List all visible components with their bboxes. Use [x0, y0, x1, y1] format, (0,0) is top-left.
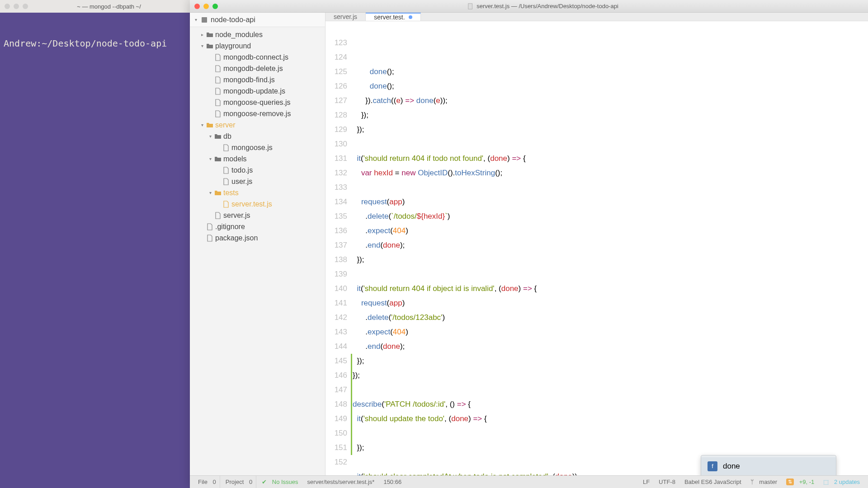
file-mongodb-delete-js[interactable]: mongodb-delete.js: [190, 63, 325, 74]
file-mongodb-connect-js[interactable]: mongodb-connect.js: [190, 52, 325, 63]
autocomplete-popup[interactable]: f done: [701, 455, 836, 475]
code-line[interactable]: .expect(404): [353, 325, 868, 339]
tree-label: mongoose-remove.js: [223, 110, 291, 118]
file-mongodb-find-js[interactable]: mongodb-find.js: [190, 74, 325, 85]
tree-label: tests: [223, 189, 239, 197]
file-icon: [214, 65, 222, 72]
code-line[interactable]: });: [353, 122, 868, 137]
autocomplete-item[interactable]: f done: [701, 457, 836, 475]
file-mongoose-js[interactable]: mongoose.js: [190, 142, 325, 153]
line-number: 145: [326, 354, 347, 368]
project-header[interactable]: node-todo-api: [190, 13, 325, 27]
window-close-button[interactable]: [194, 4, 200, 9]
line-number: 140: [326, 282, 347, 296]
code-line[interactable]: [353, 137, 868, 151]
status-language[interactable]: Babel ES6 JavaScript: [681, 476, 745, 488]
folder-server[interactable]: server: [190, 119, 325, 131]
tree-label: .gitignore: [215, 223, 245, 231]
line-number: 147: [326, 383, 347, 397]
file-todo-js[interactable]: todo.js: [190, 164, 325, 176]
status-updates[interactable]: ⬚ 2 updates: [820, 476, 863, 488]
code-line[interactable]: [353, 426, 868, 441]
code-line[interactable]: it('should update the todo', (done) => {: [353, 412, 868, 426]
code-content[interactable]: done(); done(); }).catch((e) => done(e))…: [353, 21, 868, 475]
file-server-test-js[interactable]: server.test.js: [190, 198, 325, 210]
terminal-titlebar: ~ — mongod --dbpath ~/: [0, 0, 190, 13]
status-file-path[interactable]: server/tests/server.test.js*: [304, 476, 378, 488]
file-mongoose-queries-js[interactable]: mongoose-queries.js: [190, 97, 325, 108]
tree-label: mongodb-find.js: [223, 76, 275, 84]
folder-node_modules[interactable]: node_modules: [190, 29, 325, 40]
file-mongodb-update-js[interactable]: mongodb-update.js: [190, 85, 325, 97]
status-encoding[interactable]: UTF-8: [655, 476, 679, 488]
code-line[interactable]: .delete('/todos/123abc'): [353, 310, 868, 325]
code-line[interactable]: .end(done);: [353, 238, 868, 253]
status-project-errors[interactable]: Project 0: [222, 476, 256, 488]
folder-db[interactable]: db: [190, 131, 325, 142]
code-line[interactable]: describe('PATCH /todos/:id', () => {: [353, 397, 868, 412]
tab-server-js[interactable]: server.js: [326, 13, 366, 21]
tree-label: mongodb-connect.js: [223, 53, 288, 61]
status-no-issues[interactable]: ✔ No Issues: [258, 476, 302, 488]
terminal-minimize[interactable]: [14, 4, 19, 9]
window-minimize-button[interactable]: [203, 4, 209, 9]
line-number: 143: [326, 325, 347, 339]
file-user-js[interactable]: user.js: [190, 176, 325, 187]
file-package-json[interactable]: package.json: [190, 232, 325, 244]
code-line[interactable]: request(app): [353, 296, 868, 310]
code-line[interactable]: request(app): [353, 195, 868, 209]
status-line-ending[interactable]: LF: [639, 476, 653, 488]
code-line[interactable]: [353, 383, 868, 397]
code-line[interactable]: });: [353, 368, 868, 383]
code-line[interactable]: });: [353, 108, 868, 122]
code-line[interactable]: it('should return 404 if todo not found'…: [353, 151, 868, 166]
code-line[interactable]: .end(done);: [353, 339, 868, 354]
folder-models[interactable]: models: [190, 153, 325, 164]
code-line[interactable]: [353, 180, 868, 195]
line-number: 151: [326, 441, 347, 455]
code-line[interactable]: [353, 267, 868, 282]
file-icon: [222, 178, 230, 185]
chevron-down-icon: [193, 17, 198, 22]
line-number: 132: [326, 166, 347, 180]
code-line[interactable]: .expect(404): [353, 224, 868, 238]
terminal-close[interactable]: [5, 4, 10, 9]
status-git-diff[interactable]: ⇅ +9, -1: [783, 476, 818, 488]
code-line[interactable]: it('should return 404 if object id is in…: [353, 282, 868, 296]
code-line[interactable]: }).catch((e) => done(e));: [353, 94, 868, 108]
status-git-branch[interactable]: ᛘ master: [747, 476, 781, 488]
terminal-maximize[interactable]: [23, 4, 28, 9]
sidebar: node-todo-api node_modulesplaygroundmong…: [190, 13, 326, 475]
folder-playground[interactable]: playground: [190, 40, 325, 52]
line-number: 134: [326, 195, 347, 209]
code-line[interactable]: var hexId = new ObjectID().toHexString()…: [353, 166, 868, 180]
svg-rect-0: [468, 3, 472, 9]
file-icon: [214, 54, 222, 61]
folder-icon: [206, 42, 213, 50]
code-line[interactable]: done();: [353, 65, 868, 79]
code-line[interactable]: });: [353, 354, 868, 368]
chevron-icon: [200, 32, 204, 37]
code-line[interactable]: .delete(`/todos/${hexId}`): [353, 209, 868, 224]
folder-tests[interactable]: tests: [190, 187, 325, 198]
code-line[interactable]: });: [353, 441, 868, 455]
autocomplete-label: done: [723, 459, 740, 474]
line-number: 136: [326, 224, 347, 238]
code-line[interactable]: done();: [353, 79, 868, 94]
file-icon: [214, 110, 222, 117]
line-number: 135: [326, 209, 347, 224]
window-maximize-button[interactable]: [212, 4, 218, 9]
file-mongoose-remove-js[interactable]: mongoose-remove.js: [190, 108, 325, 119]
file-icon: [214, 88, 222, 95]
file-server-js[interactable]: server.js: [190, 210, 325, 221]
file-icon: [222, 201, 230, 208]
tab-server-test-[interactable]: server.test.: [366, 13, 420, 21]
file--gitignore[interactable]: .gitignore: [190, 221, 325, 232]
folder-icon: [214, 189, 222, 197]
chevron-icon: [208, 156, 212, 161]
status-file-errors[interactable]: File 0: [194, 476, 220, 488]
status-cursor-position[interactable]: 150:66: [380, 476, 405, 488]
terminal-prompt[interactable]: Andrew:~/Desktop/node-todo-api: [4, 38, 167, 49]
code-editor[interactable]: 1231241251261271281291301311321331341351…: [326, 21, 868, 475]
code-line[interactable]: });: [353, 253, 868, 267]
